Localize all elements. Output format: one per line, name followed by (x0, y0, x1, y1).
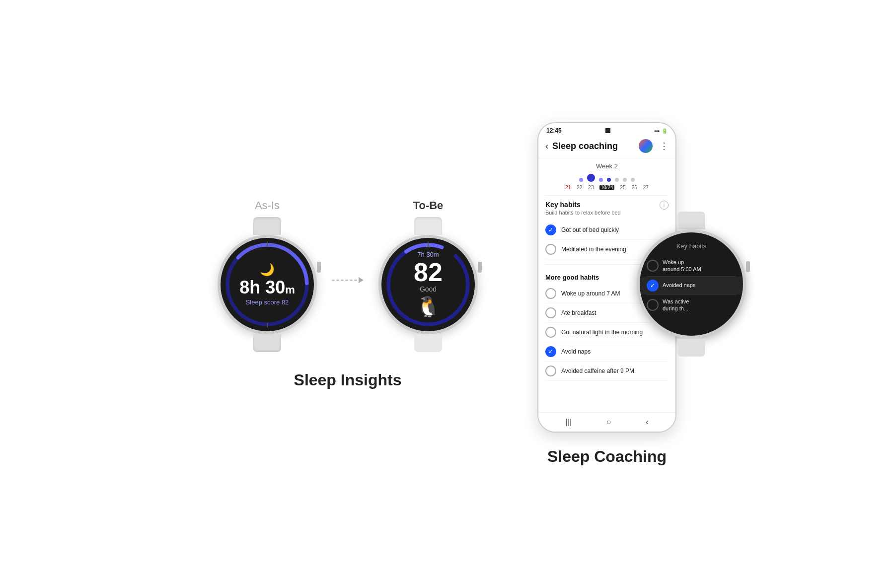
more-menu-button[interactable]: ⋮ (660, 141, 669, 151)
sleep-score-value: 82 (282, 298, 289, 306)
phone-app-header: ‹ Sleep coaching ⋮ (538, 134, 675, 158)
watch1-score-label: Sleep score 82 (239, 298, 295, 306)
arrow-dot4 (345, 280, 348, 281)
cal-num-22: 22 (577, 185, 582, 190)
watches-row: As-Is (218, 199, 478, 346)
battery-icon: 🔋 (662, 128, 668, 134)
more-habit-check-4[interactable]: ✓ (545, 346, 556, 357)
watch1-band-bottom (253, 334, 281, 352)
overlay-habit-text-1: Woke uparound 5:00 AM (663, 259, 701, 273)
overlay-habit-3: Was activeduring th... (640, 295, 743, 315)
watch1-crown (317, 262, 321, 273)
calendar-dots (538, 172, 675, 184)
cal-dot-23 (599, 178, 603, 182)
cal-dot-24 (607, 178, 611, 182)
habit-text-1: Got out of bed quickly (561, 226, 619, 233)
more-habit-5: Avoided caffeine after 9 PM (545, 362, 669, 381)
overlay-habit-1: Woke uparound 5:00 AM (640, 256, 743, 276)
cal-dot-27 (631, 178, 635, 182)
arrow-dot3 (341, 280, 344, 281)
overlay-habit-2: ✓ Avoided naps (640, 277, 743, 294)
watch2-crown (478, 262, 482, 273)
main-container: As-Is (0, 102, 894, 486)
sleep-score-text: Sleep score (246, 298, 280, 306)
week-label: Week 2 (538, 158, 675, 172)
cal-dot-22 (587, 174, 595, 182)
nav-back-icon[interactable]: ‹ (646, 418, 648, 427)
watch-overlay: Key habits Woke uparound 5:00 AM ✓ Avoid… (637, 212, 746, 321)
habit-check-1[interactable]: ✓ (545, 224, 556, 235)
overlay-habit-text-3: Was activeduring th... (663, 298, 689, 312)
nav-home-icon[interactable]: ○ (606, 418, 611, 427)
watch2-band-bottom (414, 334, 442, 352)
watch1-hours: 8h (239, 277, 260, 297)
watch-tobe-container: To-Be 12 7h 30m (378, 199, 478, 346)
watch2-body: 12 7h 30m 82 Good 🐧 (378, 235, 478, 334)
overlay-habit-check-1 (647, 260, 659, 272)
watch2-band-top (414, 217, 442, 235)
more-habit-text-4: Avoid naps (561, 348, 591, 355)
sleep-insights-title: Sleep Insights (294, 371, 402, 389)
back-button[interactable]: ‹ (545, 141, 548, 151)
overlay-watch-body: Key habits Woke uparound 5:00 AM ✓ Avoid… (637, 229, 746, 339)
sleep-coaching-section: 12:45 ▪▪▪ 🔋 ‹ Sleep coaching ⋮ (537, 122, 676, 466)
arrow-head (359, 277, 364, 283)
key-habits-subtitle: Build habits to relax before bed (545, 210, 621, 216)
app-title: Sleep coaching (552, 141, 635, 151)
moon-icon: 🌙 (239, 263, 295, 277)
phone-and-watch: 12:45 ▪▪▪ 🔋 ‹ Sleep coaching ⋮ (537, 122, 676, 433)
status-time: 12:45 (546, 127, 562, 134)
arrow-container (327, 277, 369, 283)
more-habit-4: ✓ Avoid naps (545, 342, 669, 362)
calendar-numbers: 21 22 23 10/24 25 26 27 (538, 184, 675, 195)
cal-dot-21 (579, 178, 583, 182)
sleep-coaching-title: Sleep Coaching (547, 447, 667, 466)
more-habit-text-5: Avoided caffeine after 9 PM (561, 368, 634, 374)
cal-num-23: 23 (588, 185, 594, 190)
overlay-watch-title: Key habits (676, 242, 707, 250)
watch2-duration: 7h 30m (414, 251, 443, 258)
cal-num-24: 10/24 (599, 185, 614, 190)
watch2-face: 12 7h 30m 82 Good 🐧 (381, 238, 475, 331)
arrow-dashed (332, 277, 364, 283)
arrow-dot5 (350, 280, 353, 281)
watch-tobe-wrapper: 12 7h 30m 82 Good 🐧 (378, 217, 478, 346)
overlay-habit-check-2: ✓ (647, 280, 659, 292)
watch1-time: 8h 30m (239, 279, 295, 296)
key-habits-title: Key habits (545, 201, 621, 209)
samsung-logo (639, 139, 653, 153)
arrow-dot1 (332, 280, 335, 281)
watch2-score: 82 (414, 259, 443, 285)
watch1-band-top (253, 217, 281, 235)
more-habit-text-1: Woke up around 7 AM (561, 290, 620, 297)
nav-menu-icon[interactable]: ||| (566, 418, 572, 427)
arrow-dot2 (336, 280, 339, 281)
asis-label: As-Is (255, 199, 280, 212)
watch-asis-wrapper: 🌙 8h 30m Sleep score 82 (218, 217, 317, 346)
info-icon[interactable]: i (660, 201, 669, 210)
overlay-habit-check-3 (647, 299, 659, 311)
arrow-dot6 (354, 280, 357, 281)
more-habit-check-1[interactable] (545, 288, 556, 299)
overlay-band-top (677, 212, 705, 229)
key-habits-titles: Key habits Build habits to relax before … (545, 201, 621, 220)
penguin-icon: 🐧 (414, 295, 443, 318)
phone-camera (605, 128, 610, 133)
phone-top: 12:45 ▪▪▪ 🔋 (538, 123, 675, 134)
habit-check-2[interactable] (545, 244, 556, 255)
watch1-unit: m (285, 284, 295, 296)
cal-num-21: 21 (565, 185, 571, 190)
watch1-minutes: 30 (265, 277, 285, 297)
more-habit-text-3: Got natural light in the morning (561, 329, 643, 336)
more-habit-check-3[interactable] (545, 327, 556, 338)
watch1-body: 🌙 8h 30m Sleep score 82 (218, 235, 317, 334)
wifi-icon: ▪▪▪ (654, 128, 660, 134)
phone-nav-bar: ||| ○ ‹ (538, 412, 675, 432)
watch1-content: 🌙 8h 30m Sleep score 82 (239, 263, 295, 306)
cal-dot-26 (623, 178, 627, 182)
watch1-face: 🌙 8h 30m Sleep score 82 (221, 238, 314, 331)
tobe-label: To-Be (413, 199, 444, 212)
more-habit-check-2[interactable] (545, 307, 556, 318)
more-habit-check-5[interactable] (545, 366, 556, 376)
overlay-watch-wrapper: Key habits Woke uparound 5:00 AM ✓ Avoid… (637, 212, 746, 341)
